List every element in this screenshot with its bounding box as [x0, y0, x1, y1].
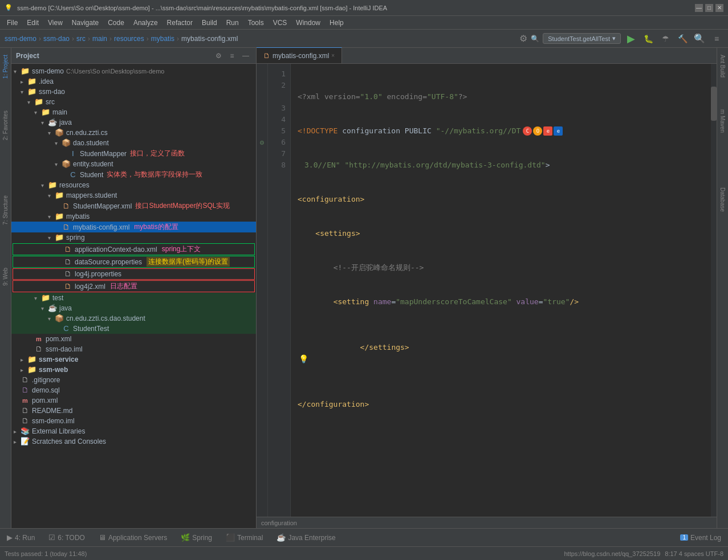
breadcrumb-file[interactable]: mybatis-config.xml: [181, 35, 238, 43]
scrollbar-thumb[interactable]: [711, 87, 717, 121]
menu-analyze[interactable]: Analyze: [129, 18, 162, 28]
server-icon: 🖥: [99, 533, 106, 542]
breadcrumb-src[interactable]: src: [76, 35, 86, 43]
tree-cn-pkg[interactable]: ▾ 📦 cn.edu.zzti.cs: [11, 128, 256, 138]
menu-navigate[interactable]: Navigate: [67, 18, 103, 28]
tree-dao-student[interactable]: ▾ 📦 dao.student: [11, 138, 256, 148]
tree-main[interactable]: ▾ 📁 main: [11, 107, 256, 117]
breadcrumb-main[interactable]: main: [92, 35, 107, 43]
menu-build[interactable]: Build: [197, 18, 222, 28]
tab-web[interactable]: 9: Web: [1, 263, 10, 291]
tree-log4j2-xml[interactable]: 🗋 log4j2.xml 日志配置: [13, 280, 255, 292]
event-log-button[interactable]: 1 Event Log: [678, 533, 723, 543]
editor-tab-mybatis-config[interactable]: 🗋 mybatis-config.xml ×: [257, 47, 342, 63]
menu-tools[interactable]: Tools: [243, 18, 269, 28]
toolbar-search-run-icon[interactable]: 🔍: [531, 35, 539, 43]
tree-src[interactable]: ▾ 📁 src: [11, 97, 256, 107]
tree-test[interactable]: ▾ 📁 test: [11, 293, 256, 303]
close-button[interactable]: ✕: [715, 4, 723, 12]
breadcrumb-mybatis[interactable]: mybatis: [151, 35, 174, 43]
tree-entity-student[interactable]: ▾ 📦 entity.student: [11, 159, 256, 169]
tree-readme[interactable]: 🗋 README.md: [11, 406, 256, 416]
tree-mybatis[interactable]: ▾ 📁 mybatis: [11, 211, 256, 222]
tab-database[interactable]: Database: [718, 183, 727, 216]
tree-datasource-prop[interactable]: 🗋 dataSource.properties 连接数据库(密码等)的设置: [13, 256, 255, 268]
breadcrumb-ssm-dao[interactable]: ssm-dao: [43, 35, 70, 43]
spring-button[interactable]: 🌿 Spring: [178, 532, 214, 543]
tree-log4j-prop[interactable]: 🗋 log4j.properties: [13, 268, 255, 280]
build-button[interactable]: 🔨: [676, 32, 689, 46]
scrollbar-track[interactable]: [711, 64, 717, 517]
tree-java[interactable]: ▾ ☕ java: [11, 117, 256, 128]
minimize-button[interactable]: —: [695, 4, 703, 12]
tree-test-java[interactable]: ▾ ☕ java: [11, 303, 256, 313]
code-editor[interactable]: ⚙ 1 2 2 3 4 5 6 7 8 <?xml version="1.0" …: [257, 64, 717, 517]
tree-idea[interactable]: ▸ 📁 .idea: [11, 76, 256, 87]
tree-ssm-service[interactable]: ▸ 📁 ssm-service: [11, 354, 256, 365]
tab-project[interactable]: 1: Project: [1, 50, 10, 83]
tree-mappers-student[interactable]: ▾ 📁 mappers.student: [11, 190, 256, 201]
run-tool-button[interactable]: ▶ 4: Run: [5, 532, 37, 543]
menu-view[interactable]: View: [43, 18, 67, 28]
java-icon: ☕: [276, 533, 286, 542]
class-icon: C: [68, 170, 78, 179]
tree-gitignore[interactable]: 🗋 .gitignore: [11, 375, 256, 385]
run-config-label: StudentTest.getAllTest: [548, 35, 610, 42]
search-everywhere-button[interactable]: 🔍: [693, 32, 706, 46]
tree-pom[interactable]: m pom.xml: [11, 334, 256, 344]
breadcrumb-ssm-demo[interactable]: ssm-demo: [5, 35, 36, 43]
menu-code[interactable]: Code: [103, 18, 129, 28]
tree-external-libs[interactable]: ▸ 📚 External Libraries: [11, 426, 256, 436]
todo-button[interactable]: ☑ 6: TODO: [46, 532, 87, 543]
debug-button[interactable]: 🐛: [641, 32, 655, 46]
menu-refactor[interactable]: Refactor: [162, 18, 197, 28]
run-config-dropdown-icon[interactable]: ▾: [612, 35, 616, 42]
coverage-button[interactable]: ☂: [658, 32, 672, 46]
terminal-icon: ⬛: [226, 533, 235, 542]
tree-label: pom.xml: [46, 335, 71, 343]
code-content[interactable]: <?xml version="1.0" encoding="UTF-8"?> <…: [291, 64, 717, 517]
tree-student-mapper-xml[interactable]: 🗋 StudentMapper.xml 接口StudentMapper的SQL实…: [11, 201, 256, 211]
tree-student-class[interactable]: C Student 实体类，与数据库字段保持一致: [11, 169, 256, 180]
tab-maven[interactable]: m Maven: [718, 105, 727, 137]
title-bar: 💡 ssm-demo [C:\Users\So on\Desktop\ssm-d…: [0, 0, 728, 16]
panel-minimize-button[interactable]: —: [240, 50, 251, 62]
breadcrumb-resources[interactable]: resources: [114, 35, 144, 43]
tree-arrow: ▾: [21, 89, 27, 95]
run-button[interactable]: ▶: [624, 32, 638, 46]
settings-button[interactable]: ≡: [710, 32, 723, 46]
tab-favorites[interactable]: 2: Favorites: [1, 106, 10, 145]
tree-resources[interactable]: ▾ 📁 resources: [11, 180, 256, 190]
tree-mybatis-config[interactable]: 🗋 mybatis-config.xml mybatis的配置: [11, 222, 256, 232]
menu-run[interactable]: Run: [222, 18, 243, 28]
terminal-button[interactable]: ⬛ Terminal: [223, 532, 265, 543]
menu-vcs[interactable]: VCS: [269, 18, 292, 28]
tab-structure[interactable]: 7: Structure: [1, 191, 10, 230]
tree-app-context-dao[interactable]: 🗋 applicationContext-dao.xml spring上下文: [13, 243, 255, 255]
menu-help[interactable]: Help: [325, 18, 348, 28]
maximize-button[interactable]: □: [705, 4, 713, 12]
menu-window[interactable]: Window: [291, 18, 325, 28]
tree-student-mapper[interactable]: Ⅰ StudentMapper 接口，定义了函数: [11, 148, 256, 159]
tree-scratches[interactable]: ▸ 📝 Scratches and Consoles: [11, 436, 256, 447]
tree-root[interactable]: ▾ 📁 ssm-demo C:\Users\So on\Desktop\ssm-…: [11, 66, 256, 76]
tree-student-test[interactable]: C StudentTest: [11, 324, 256, 334]
run-config-selector[interactable]: StudentTest.getAllTest ▾: [543, 33, 621, 44]
tree-root-pom[interactable]: m pom.xml: [11, 395, 256, 406]
tree-spring[interactable]: ▾ 📁 spring: [11, 232, 256, 243]
toolbar-settings-icon[interactable]: ⚙: [519, 33, 527, 44]
tree-ssm-web[interactable]: ▸ 📁 ssm-web: [11, 365, 256, 375]
panel-gear-button[interactable]: ⚙: [213, 50, 224, 62]
tree-test-pkg[interactable]: ▾ 📦 cn.edu.zzti.cs.dao.student: [11, 313, 256, 324]
app-servers-button[interactable]: 🖥 Application Servers: [96, 532, 169, 543]
tree-demo-sql[interactable]: 🗋 demo.sql: [11, 385, 256, 395]
tab-ant-build[interactable]: Ant Build: [718, 50, 727, 82]
tab-close-button[interactable]: ×: [331, 52, 335, 59]
menu-file[interactable]: File: [2, 18, 22, 28]
java-enterprise-button[interactable]: ☕ Java Enterprise: [274, 532, 337, 543]
menu-edit[interactable]: Edit: [22, 18, 43, 28]
panel-settings-button[interactable]: ≡: [226, 50, 238, 62]
tree-ssm-dao[interactable]: ▾ 📁 ssm-dao: [11, 87, 256, 97]
tree-ssm-dao-iml[interactable]: 🗋 ssm-dao.iml: [11, 344, 256, 354]
tree-ssm-demo-iml[interactable]: 🗋 ssm-demo.iml: [11, 416, 256, 426]
